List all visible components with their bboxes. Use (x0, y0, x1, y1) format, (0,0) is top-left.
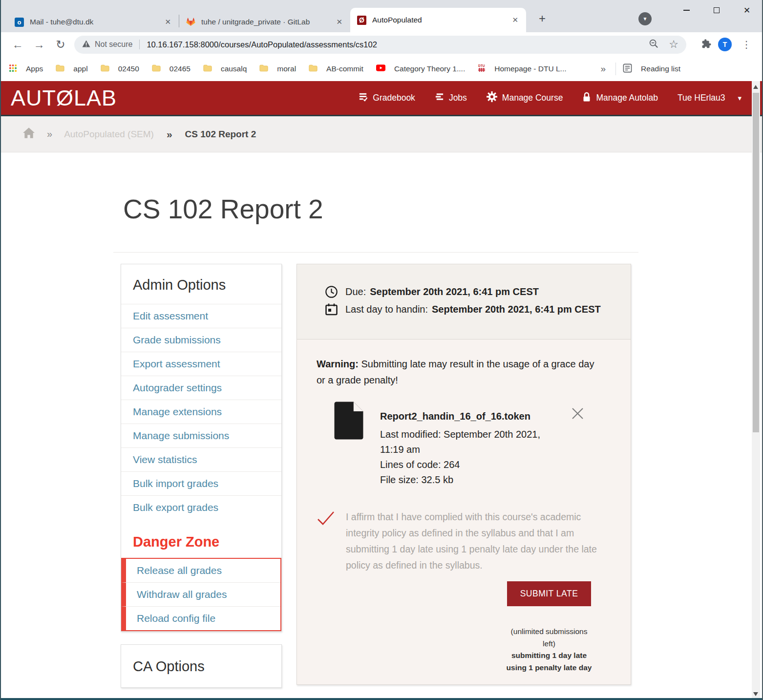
bookmark-folder-02450[interactable]: 02450 (101, 64, 139, 74)
forward-button[interactable]: → (28, 38, 50, 51)
sidebar-item-bulk-import-grades[interactable]: Bulk import grades (121, 471, 281, 495)
tab-mail[interactable]: o Mail - tuhe@dtu.dk ✕ (8, 12, 179, 32)
security-label[interactable]: Not secure (95, 40, 132, 49)
title-divider (113, 252, 638, 253)
nav-user-menu[interactable]: Tue HErlau3 (678, 93, 725, 103)
url-text[interactable]: 10.16.167.158:8000/courses/AutoPopulated… (147, 40, 377, 49)
ca-options-card: CA Options (121, 644, 282, 688)
sidebar-link[interactable]: Export assessment (133, 358, 220, 369)
admin-options-card: Admin Options Edit assessment Grade subm… (121, 264, 282, 632)
zoom-icon[interactable] (649, 39, 659, 51)
sidebar-link[interactable]: Edit assessment (133, 310, 208, 321)
sidebar-link[interactable]: Grade submissions (133, 334, 221, 345)
sidebar-item-withdraw-all-grades[interactable]: Withdraw all grades (121, 582, 280, 606)
handin-value: September 20th 2021, 6:41 pm CEST (432, 304, 601, 315)
sidebar-item-reload-config-file[interactable]: Reload config file (121, 606, 280, 630)
maximize-button[interactable] (701, 0, 732, 21)
nav-manage-course[interactable]: Manage Course (487, 91, 563, 105)
tab-title: Mail - tuhe@dtu.dk (30, 18, 162, 26)
nav-manage-autolab[interactable]: Manage Autolab (582, 92, 658, 105)
sidebar-item-bulk-export-grades[interactable]: Bulk export grades (121, 495, 281, 519)
close-icon[interactable]: ✕ (333, 17, 345, 27)
sidebar-item-autograder-settings[interactable]: Autograder settings (121, 376, 281, 400)
sidebar-link[interactable]: Manage extensions (133, 406, 222, 417)
username-label: Tue HErlau3 (678, 93, 725, 103)
gear-icon (487, 91, 497, 105)
vertical-scrollbar[interactable] (752, 81, 760, 700)
gradebook-icon (359, 92, 368, 104)
sidebar-item-edit-assessment[interactable]: Edit assessment (121, 304, 281, 328)
reading-list-button[interactable]: Reading list (623, 64, 680, 75)
autolab-header: AUTØLAB Gradebook Jobs (1, 81, 762, 116)
chevron-down-icon[interactable]: ▾ (738, 94, 742, 103)
checkmark-icon[interactable] (317, 511, 335, 526)
close-icon: ✕ (743, 5, 750, 16)
submissions-left-note: (unlimited submissions left) (504, 626, 594, 650)
bookmark-dtu-homepage[interactable]: DTU Homepage - DTU L... (478, 64, 566, 74)
profile-avatar[interactable]: T (718, 38, 732, 51)
file-size: File size: 32.5 kb (380, 472, 541, 488)
tab-strip: o Mail - tuhe@dtu.dk ✕ tuhe / unitgrade_… (1, 0, 762, 32)
folder-icon (309, 64, 322, 74)
new-tab-button[interactable]: + (535, 12, 550, 25)
chrome-menu-icon[interactable]: ⋮ (739, 39, 754, 50)
remove-file-icon[interactable] (571, 407, 584, 422)
nav-jobs[interactable]: Jobs (435, 93, 467, 103)
autolab-icon: Ø (357, 16, 366, 25)
due-label: Due: (345, 286, 366, 297)
gitlab-icon (186, 18, 195, 27)
bookmark-folder-ab-commit[interactable]: AB-commit (309, 64, 363, 74)
sidebar-link[interactable]: Withdraw all grades (137, 589, 227, 600)
scroll-up-icon[interactable] (753, 85, 758, 89)
bookmark-folder-appl[interactable]: appl (56, 64, 87, 74)
bookmark-folder-causalq[interactable]: causalq (203, 64, 247, 74)
sidebar-link[interactable]: Bulk import grades (133, 478, 218, 489)
youtube-icon (376, 64, 390, 73)
sidebar-item-grade-submissions[interactable]: Grade submissions (121, 328, 281, 352)
bookmark-apps[interactable]: Apps (9, 64, 43, 74)
maximize-icon (714, 7, 720, 13)
bookmark-label: appl (73, 64, 87, 73)
chrome-update-chevron-icon[interactable]: ▼ (638, 12, 652, 25)
sidebar-link[interactable]: Bulk export grades (133, 502, 218, 513)
breadcrumb-course-link[interactable]: AutoPopulated (SEM) (64, 129, 154, 140)
bookmark-folder-moral[interactable]: moral (259, 64, 296, 74)
bookmark-star-icon[interactable]: ☆ (669, 38, 678, 51)
submit-late-button[interactable]: SUBMIT LATE (507, 581, 592, 606)
not-secure-warning-icon[interactable] (82, 40, 90, 49)
calendar-icon (325, 303, 338, 316)
close-icon[interactable]: ✕ (509, 15, 521, 25)
tab-autopopulated-active[interactable]: Ø AutoPopulated ✕ (350, 8, 526, 32)
home-icon[interactable] (22, 127, 35, 141)
close-window-button[interactable]: ✕ (732, 0, 762, 21)
autolab-logo[interactable]: AUTØLAB (11, 85, 117, 111)
tab-gitlab[interactable]: tuhe / unitgrade_private · GitLab ✕ (179, 12, 350, 32)
minimize-button[interactable] (671, 0, 701, 21)
nav-gradebook[interactable]: Gradebook (359, 92, 415, 104)
warning-label: Warning: (317, 359, 359, 369)
sidebar-item-release-all-grades[interactable]: Release all grades (121, 559, 280, 582)
sidebar-link[interactable]: Reload config file (137, 613, 215, 624)
sidebar-link[interactable]: Autograder settings (133, 382, 222, 393)
assessment-card: Due: September 20th 2021, 6:41 pm CEST L… (297, 264, 631, 685)
scroll-down-icon[interactable] (753, 692, 758, 696)
sidebar-item-manage-submissions[interactable]: Manage submissions (121, 424, 281, 447)
bookmark-youtube-category-theory[interactable]: Category Theory 1.... (376, 64, 465, 73)
bookmarks-overflow-icon[interactable]: » (601, 64, 606, 74)
breadcrumb: » AutoPopulated (SEM) » CS 102 Report 2 (1, 116, 762, 152)
sidebar-item-view-statistics[interactable]: View statistics (121, 447, 281, 471)
bookmark-folder-02465[interactable]: 02465 (152, 64, 191, 74)
tab-title: tuhe / unitgrade_private · GitLab (201, 18, 333, 26)
scrollbar-thumb[interactable] (753, 93, 759, 432)
sidebar-item-manage-extensions[interactable]: Manage extensions (121, 400, 281, 424)
sidebar-item-export-assessment[interactable]: Export assessment (121, 352, 281, 376)
address-bar[interactable]: Not secure 10.16.167.158:8000/courses/Au… (74, 36, 686, 54)
close-icon[interactable]: ✕ (162, 17, 174, 27)
sidebar-link[interactable]: Manage submissions (133, 430, 229, 441)
back-button[interactable]: ← (7, 38, 28, 51)
extensions-puzzle-icon[interactable] (701, 39, 711, 51)
sidebar-link[interactable]: View statistics (133, 454, 197, 465)
reload-button[interactable]: ↻ (50, 38, 71, 51)
dates-section: Due: September 20th 2021, 6:41 pm CEST L… (297, 264, 631, 339)
sidebar-link[interactable]: Release all grades (137, 565, 222, 576)
